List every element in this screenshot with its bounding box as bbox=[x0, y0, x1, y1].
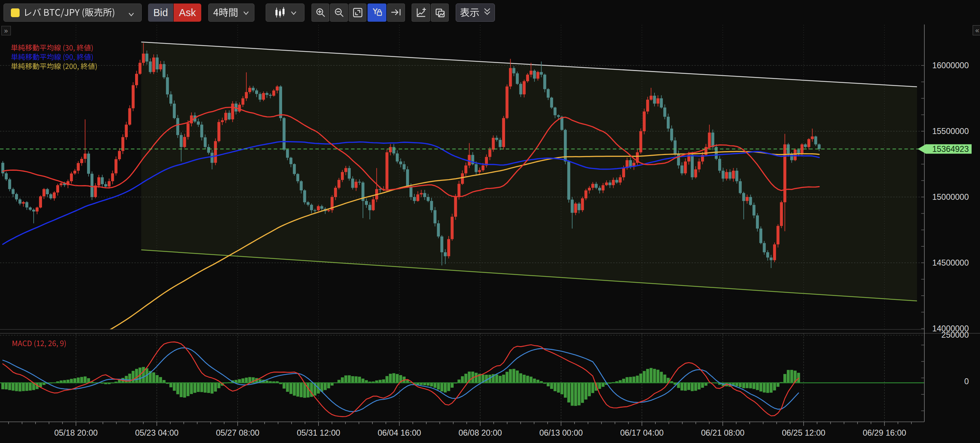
svg-text:05/23 04:00: 05/23 04:00 bbox=[135, 428, 178, 437]
svg-text:»: » bbox=[4, 27, 8, 34]
svg-text:06/17 04:00: 06/17 04:00 bbox=[620, 428, 663, 437]
svg-text:0: 0 bbox=[964, 377, 969, 386]
svg-text:16000000: 16000000 bbox=[932, 61, 969, 70]
svg-text:05/18 20:00: 05/18 20:00 bbox=[54, 428, 98, 437]
svg-text:15364923: 15364923 bbox=[932, 144, 969, 154]
svg-text:«: « bbox=[975, 26, 979, 34]
svg-text:06/21 08:00: 06/21 08:00 bbox=[701, 428, 745, 437]
svg-text:06/13 00:00: 06/13 00:00 bbox=[539, 428, 583, 437]
svg-text:06/08 20:00: 06/08 20:00 bbox=[458, 428, 502, 437]
svg-text:06/29 16:00: 06/29 16:00 bbox=[863, 428, 906, 437]
svg-text:15500000: 15500000 bbox=[932, 127, 969, 136]
svg-text:05/27 08:00: 05/27 08:00 bbox=[216, 428, 259, 437]
svg-text:06/04 16:00: 06/04 16:00 bbox=[378, 428, 421, 437]
svg-text:06/25 12:00: 06/25 12:00 bbox=[782, 428, 825, 437]
svg-text:14500000: 14500000 bbox=[932, 258, 969, 267]
svg-text:15000000: 15000000 bbox=[932, 192, 969, 202]
svg-text:05/31 12:00: 05/31 12:00 bbox=[297, 428, 340, 437]
svg-text:250000: 250000 bbox=[942, 330, 969, 340]
